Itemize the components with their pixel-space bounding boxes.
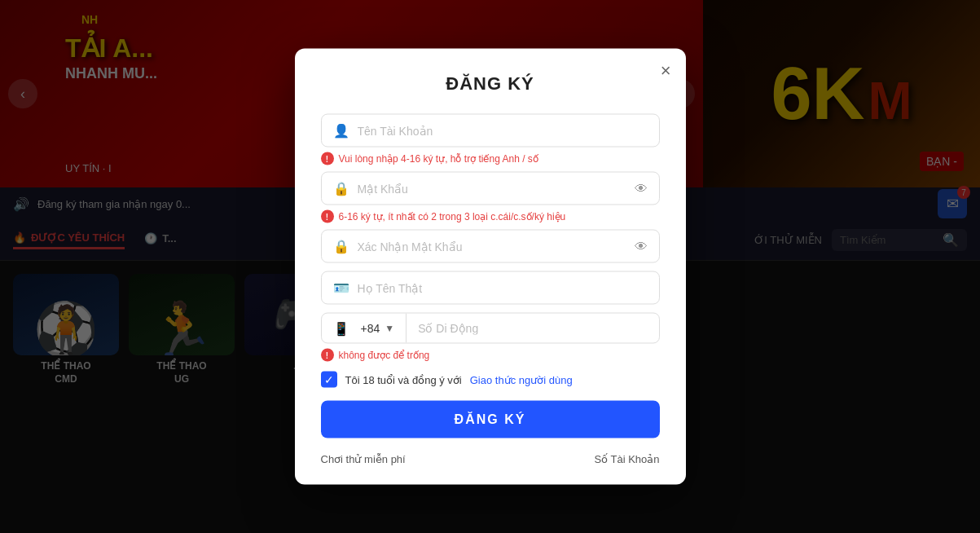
phone-prefix-value: +84 <box>361 322 380 335</box>
phone-chevron-icon[interactable]: ▼ <box>385 323 394 334</box>
password-input-row: 🔒 👁 <box>321 172 660 205</box>
terms-row: ✓ Tôi 18 tuổi và đồng ý với Giao thức ng… <box>321 372 660 388</box>
login-link[interactable]: Số Tài Khoản <box>594 453 659 465</box>
fullname-field[interactable] <box>358 281 648 294</box>
username-field[interactable] <box>358 124 648 137</box>
confirm-password-field[interactable] <box>358 240 626 253</box>
password-error-dot: ! <box>321 210 334 223</box>
username-input-group: 👤 <box>321 114 660 148</box>
confirm-password-input-group: 🔒 👁 <box>321 230 660 263</box>
terms-checkbox[interactable]: ✓ <box>321 372 337 388</box>
password-eye-icon[interactable]: 👁 <box>635 181 648 196</box>
phone-prefix-selector[interactable]: +84 ▼ <box>349 314 407 343</box>
modal-title: ĐĂNG KÝ <box>321 73 660 95</box>
register-submit-button[interactable]: ĐĂNG KÝ <box>321 401 660 438</box>
phone-error-dot: ! <box>321 349 334 362</box>
terms-text: Tôi 18 tuổi và đồng ý với <box>345 373 462 385</box>
phone-error: ! không được để trống <box>321 349 660 362</box>
username-input-row: 👤 <box>321 114 660 148</box>
username-error-text: Vui lòng nhập 4-16 ký tự, hỗ trợ tiếng A… <box>339 153 538 165</box>
confirm-eye-icon[interactable]: 👁 <box>635 239 648 253</box>
username-error-dot: ! <box>321 152 334 165</box>
terms-link[interactable]: Giao thức người dùng <box>470 373 573 385</box>
fullname-input-row: 🪪 <box>321 271 660 305</box>
free-play-link[interactable]: Chơi thử miễn phí <box>321 453 406 465</box>
modal-close-button[interactable]: × <box>661 62 671 80</box>
phone-input-row: 📱 +84 ▼ <box>321 313 660 344</box>
card-icon: 🪪 <box>333 280 349 296</box>
user-icon: 👤 <box>333 123 349 139</box>
phone-icon: 📱 <box>322 320 349 336</box>
bottom-links: Chơi thử miễn phí Số Tài Khoản <box>321 450 660 465</box>
password-input-group: 🔒 👁 <box>321 172 660 205</box>
phone-error-text: không được để trống <box>339 350 430 361</box>
phone-number-field[interactable] <box>407 314 658 343</box>
phone-input-group: 📱 +84 ▼ <box>321 313 660 344</box>
fullname-input-group: 🪪 <box>321 271 660 305</box>
register-modal: ĐĂNG KÝ × 👤 ! Vui lòng nhập 4-16 ký tự, … <box>295 49 686 485</box>
username-error: ! Vui lòng nhập 4-16 ký tự, hỗ trợ tiếng… <box>321 152 660 165</box>
lock-icon: 🔒 <box>333 181 349 196</box>
password-error-text: 6-16 ký tự, ít nhất có 2 trong 3 loại c.… <box>339 211 566 222</box>
confirm-password-input-row: 🔒 👁 <box>321 230 660 263</box>
lock-confirm-icon: 🔒 <box>333 239 349 254</box>
password-field[interactable] <box>358 182 626 195</box>
password-error: ! 6-16 ký tự, ít nhất có 2 trong 3 loại … <box>321 210 660 223</box>
